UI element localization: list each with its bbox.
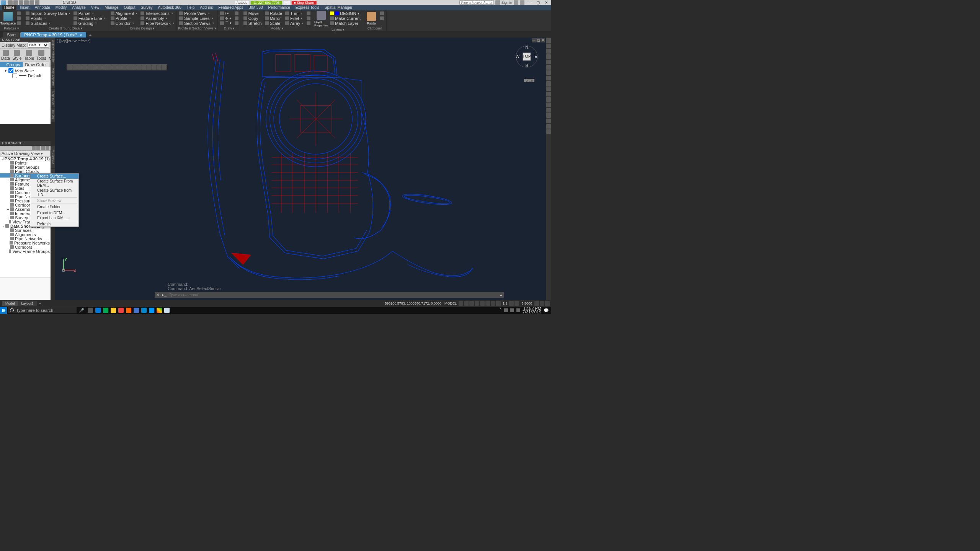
mirror-button[interactable]: Mirror	[264, 16, 283, 21]
tree-node-points[interactable]: Points	[0, 161, 51, 165]
drawing-canvas[interactable]: Talking: [-][Top][2D Wireframe] —▢✕	[55, 37, 546, 300]
expand-icon[interactable]: ▾	[5, 68, 7, 73]
lineweight-toggle-icon[interactable]	[491, 301, 495, 306]
tree-node-view-frame-groups[interactable]: View Frame Groups	[0, 249, 51, 253]
hardware-accel-icon[interactable]	[534, 301, 539, 306]
rail-tool-1[interactable]	[546, 44, 551, 48]
wcs-badge[interactable]: WCS	[524, 79, 534, 82]
edge-icon[interactable]	[140, 307, 147, 313]
tree-node-point-clouds[interactable]: Point Clouds	[0, 169, 51, 173]
file-tab[interactable]: PNCP Temp 4.30.19 (1).dxf*✕	[20, 32, 86, 37]
view-scale[interactable]: 3.5000	[520, 302, 534, 305]
menu-export-landxml---[interactable]: Export LandXML...	[30, 215, 78, 220]
panel-palettes[interactable]: Palettes ▾	[1, 26, 22, 31]
map-base-node[interactable]: Map Base	[15, 68, 34, 73]
ribbon-tab-insert[interactable]: Insert	[18, 5, 31, 10]
assembly-button[interactable]: Assembly	[139, 16, 175, 21]
arc-button[interactable]: ⌒ ▾	[219, 21, 233, 26]
autocad-icon[interactable]	[163, 307, 170, 313]
cut-button[interactable]	[379, 11, 385, 16]
ribbon-tab-featured-apps[interactable]: Featured Apps	[216, 5, 245, 10]
display-map-combo[interactable]: Default	[28, 42, 49, 48]
menu-create-surface-from-tin---[interactable]: Create Surface from TIN...	[30, 188, 78, 197]
tray-expand-icon[interactable]: ˄	[500, 308, 502, 313]
menu-export-to-dem---[interactable]: Export to DEM...	[30, 210, 78, 215]
rail-tool-14[interactable]	[546, 113, 551, 118]
outlook-icon[interactable]	[102, 307, 109, 313]
viewcube[interactable]: TOP N S E W	[515, 45, 538, 68]
workspace-icon[interactable]	[514, 301, 519, 306]
tree-node-pipe-networks[interactable]: Pipe Networks	[0, 236, 51, 241]
rail-tool-9[interactable]	[546, 86, 551, 91]
panel-profile-section[interactable]: Profile & Section Views ▾	[178, 26, 216, 31]
ts-btn-1[interactable]	[32, 146, 36, 150]
ribbon-tab-home[interactable]: Home	[2, 5, 16, 10]
array-button[interactable]: Array	[284, 21, 305, 26]
rail-tool-16[interactable]	[546, 124, 551, 129]
trim-button[interactable]: Trim	[284, 11, 305, 16]
maximize-button[interactable]: ▢	[534, 0, 541, 5]
move-button[interactable]: Move	[242, 11, 263, 16]
ribbon-tab-spatial-manager[interactable]: Spatial Manager	[323, 5, 354, 10]
grading-button[interactable]: Grading	[72, 21, 107, 26]
rail-tool-5[interactable]	[546, 65, 551, 70]
sample-lines-button[interactable]: Sample Lines	[178, 16, 215, 21]
teams-icon[interactable]	[133, 307, 140, 313]
rail-tool-8[interactable]	[546, 81, 551, 86]
taskpane-table-button[interactable]: Table	[24, 50, 34, 60]
ribbon-tab-output[interactable]: Output	[122, 5, 137, 10]
exchange-icon[interactable]	[514, 0, 518, 5]
rail-tool-0[interactable]	[546, 38, 551, 43]
mic-icon[interactable]: 🎤	[77, 308, 87, 313]
snap-toggle-icon[interactable]	[464, 301, 469, 306]
toolspace-button[interactable]: Toolspace	[1, 11, 15, 26]
signin-icon[interactable]	[495, 0, 500, 5]
ts-btn-4[interactable]	[46, 146, 49, 150]
model-tab[interactable]: Model	[2, 301, 18, 306]
qat-redo-icon[interactable]	[29, 0, 34, 5]
isolate-icon[interactable]	[540, 301, 544, 306]
fillet-button[interactable]: Fillet	[284, 16, 305, 21]
otrack-toggle-icon[interactable]	[485, 301, 490, 306]
layout1-tab[interactable]: Layout1	[18, 301, 37, 306]
anno-ratio[interactable]: 1:1	[501, 302, 509, 305]
menu-create-surface---[interactable]: Create Surface...	[30, 174, 78, 179]
taskpane-tools-button[interactable]: Tools	[36, 50, 46, 60]
start-button[interactable]: ⊞	[0, 307, 7, 314]
match-layer-button[interactable]: Match Layer	[329, 21, 362, 26]
tray-net-icon[interactable]	[516, 308, 520, 312]
circle-button[interactable]: ⊙ ▾	[219, 16, 233, 21]
qat-print-icon[interactable]	[35, 0, 39, 5]
feature-line-button[interactable]: Feature Line	[72, 16, 107, 21]
rail-tool-7[interactable]	[546, 76, 551, 80]
copy-button[interactable]: Copy	[242, 16, 263, 21]
tab-draw-order[interactable]: Draw Order	[23, 62, 50, 67]
rail-tool-11[interactable]	[546, 97, 551, 102]
add-layout-button[interactable]: +	[37, 301, 43, 306]
modify-extra-1[interactable]	[305, 11, 312, 16]
space-readout[interactable]: MODEL	[443, 302, 458, 305]
map-base-check[interactable]	[8, 68, 13, 73]
ribbon-tab-modify[interactable]: Modify	[54, 5, 69, 10]
help-search-input[interactable]	[459, 0, 494, 5]
help-icon[interactable]	[520, 0, 524, 5]
pipe-network-button[interactable]: Pipe Network	[139, 21, 175, 26]
alignment-button[interactable]: Alignment	[109, 11, 139, 16]
ribbon-tab-performance[interactable]: Performance	[266, 5, 292, 10]
intersections-button[interactable]: Intersections	[139, 11, 175, 16]
default-node[interactable]: Default	[28, 73, 41, 78]
anno-toggle-icon[interactable]	[509, 301, 514, 306]
qat-save-icon[interactable]	[19, 0, 23, 5]
panel-ground[interactable]: Create Ground Data ▾	[24, 26, 107, 31]
palette-btn-3[interactable]	[16, 21, 22, 26]
palette-btn-1[interactable]	[16, 11, 22, 16]
ribbon-tab-survey[interactable]: Survey	[139, 5, 154, 10]
paste-button[interactable]: Paste	[364, 11, 378, 26]
grid-toggle-icon[interactable]	[459, 301, 463, 306]
close-button[interactable]: ✕	[543, 0, 550, 5]
import-survey-button[interactable]: Import Survey Data	[24, 11, 72, 16]
profile-view-button[interactable]: Profile View	[178, 11, 215, 16]
taskbar-search[interactable]: Type here to search	[8, 307, 77, 313]
section-views-button[interactable]: Section Views	[178, 21, 215, 26]
palette-btn-2[interactable]	[16, 16, 22, 21]
